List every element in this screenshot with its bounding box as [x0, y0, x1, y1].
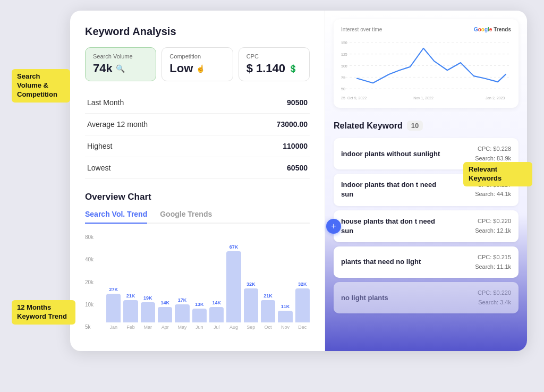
keyword-name: indoor plants that don t need sun: [341, 180, 447, 199]
keyword-cpc: CPC: $0.220: [475, 217, 511, 226]
stat-value: 110000: [231, 135, 310, 157]
keyword-card[interactable]: plants that need no light CPC: $0.215 Se…: [334, 246, 518, 278]
outer-wrapper: Search Volume & Competition 12 Months Ke…: [12, 11, 532, 382]
keyword-card[interactable]: + house plants that don t need sun CPC: …: [334, 210, 518, 242]
metric-search-volume: Search Volume 74k 🔍: [85, 47, 156, 81]
bar-group: 21KFeb: [123, 234, 138, 330]
add-keyword-button[interactable]: +: [326, 219, 341, 234]
keyword-card[interactable]: no light plants CPC: $0.220 Search: 3.4k: [334, 282, 518, 313]
keyword-stats: CPC: $0.220 Search: 12.1k: [475, 217, 511, 235]
bar-rect: [244, 288, 258, 322]
left-panel: Keyword Analysis Search Volume 74k 🔍 Com…: [70, 11, 325, 351]
bar-group: 32KSep: [244, 234, 258, 330]
keyword-search: Search: 11.1k: [475, 262, 511, 272]
trends-svg: 150 125 100 75 50 25 Oct 9, 2022 Nov 1, …: [341, 37, 511, 100]
stat-label: Lowest: [85, 157, 231, 179]
svg-text:100: 100: [341, 64, 347, 69]
stats-table: Last Month 90500 Average 12 month 73000.…: [85, 92, 310, 179]
cpc-value: $ 1.140 💲: [246, 62, 302, 75]
bar-rect: [175, 304, 189, 322]
bar-rect: [123, 300, 138, 322]
annotation-months-keyword: 12 Months Keyword Trend: [12, 300, 75, 325]
bar-group: 67KAug: [226, 234, 241, 330]
bar-top-label: 11K: [281, 304, 290, 309]
cpc-icon: 💲: [288, 64, 298, 73]
bar-top-label: 32K: [246, 282, 256, 287]
trends-header: Interest over time Google Trends: [341, 27, 511, 32]
bar-group: 19KMar: [141, 234, 155, 330]
bar-rect: [106, 294, 121, 322]
stats-row: Average 12 month 73000.00: [85, 114, 310, 135]
bar-rect: [226, 251, 241, 322]
bar-rect: [261, 300, 275, 322]
keyword-stats: CPC: $0.228 Search: 83.9k: [475, 144, 511, 163]
related-count: 10: [407, 121, 423, 131]
stats-row: Last Month 90500: [85, 92, 310, 114]
annotation-search-volume: Search Volume & Competition: [12, 69, 70, 103]
panel-title: Keyword Analysis: [85, 25, 310, 38]
bar-top-label: 21K: [264, 293, 273, 299]
tab-google-trends[interactable]: Google Trends: [160, 210, 212, 223]
bar-bottom-label: May: [177, 325, 186, 330]
competition-icon: ☝: [196, 64, 205, 73]
stats-row: Highest 110000: [85, 135, 310, 157]
bar-group: 27KJan: [106, 234, 121, 330]
svg-text:150: 150: [341, 40, 347, 45]
bar-bottom-label: Feb: [126, 325, 135, 330]
bar-rect: [141, 302, 155, 322]
bar-group: 32KDec: [295, 234, 310, 330]
keyword-search: Search: 12.1k: [475, 226, 511, 236]
bar-top-label: 67K: [230, 244, 239, 250]
stat-label: Average 12 month: [85, 114, 231, 135]
bar-rect: [295, 288, 310, 322]
keyword-name: house plants that don t need sun: [341, 217, 447, 236]
bar-bottom-label: Dec: [298, 325, 307, 330]
competition-value: Low ☝: [169, 62, 225, 75]
related-title: Related Keyword: [334, 121, 403, 131]
google-trends-logo: Google Trends: [474, 27, 511, 32]
bar-rect: [278, 311, 292, 322]
stat-label: Last Month: [85, 92, 231, 114]
svg-text:Oct 9, 2022: Oct 9, 2022: [347, 96, 367, 100]
tabs-row: Search Vol. Trend Google Trends: [85, 210, 310, 224]
bar-bottom-label: Oct: [265, 325, 272, 330]
keyword-cpc: CPC: $0.215: [475, 253, 511, 262]
related-section: Related Keyword 10 indoor plants without…: [325, 112, 527, 318]
search-volume-value: 74k 🔍: [93, 62, 148, 75]
svg-text:Jan 2, 2023: Jan 2, 2023: [486, 96, 505, 100]
stat-label: Highest: [85, 135, 231, 157]
metric-cpc: CPC $ 1.140 💲: [239, 47, 310, 81]
competition-label: Competition: [169, 53, 225, 59]
bar-bottom-label: Sep: [246, 325, 255, 330]
y-axis-labels: 80k 40k 20k 10k 5k: [85, 234, 94, 330]
keyword-name: indoor plants without sunlight: [341, 149, 440, 159]
tab-search-vol-trend[interactable]: Search Vol. Trend: [85, 210, 147, 224]
bar-top-label: 21K: [126, 293, 135, 299]
keyword-search: Search: 3.4k: [478, 298, 511, 308]
bar-rect: [209, 307, 224, 322]
bar-bottom-label: Nov: [281, 325, 290, 330]
svg-text:25: 25: [341, 96, 345, 100]
bar-top-label: 14K: [212, 300, 221, 305]
bar-group: 17KMay: [175, 234, 189, 330]
cpc-label: CPC: [246, 53, 302, 59]
bar-bottom-label: Jan: [109, 325, 117, 330]
bar-top-label: 27K: [109, 287, 118, 292]
bar-group: 14KApr: [158, 234, 172, 330]
stats-row: Lowest 60500: [85, 157, 310, 179]
bar-rect: [192, 309, 207, 322]
keyword-name: plants that need no light: [341, 257, 421, 267]
bar-bottom-label: Aug: [230, 325, 238, 330]
stat-value: 60500: [231, 157, 310, 179]
bar-top-label: 32K: [298, 282, 307, 287]
svg-text:Nov 1, 2022: Nov 1, 2022: [413, 96, 434, 100]
stat-value: 73000.00: [231, 114, 310, 135]
bar-group: 21KOct: [261, 234, 275, 330]
keyword-search: Search: 44.1k: [475, 190, 511, 199]
bar-bottom-label: Apr: [162, 325, 169, 330]
trends-title: Interest over time: [341, 27, 382, 32]
bar-top-label: 14K: [160, 300, 169, 305]
main-card: Keyword Analysis Search Volume 74k 🔍 Com…: [70, 11, 527, 351]
bar-group: 11KNov: [278, 234, 292, 330]
svg-text:50: 50: [341, 87, 345, 91]
